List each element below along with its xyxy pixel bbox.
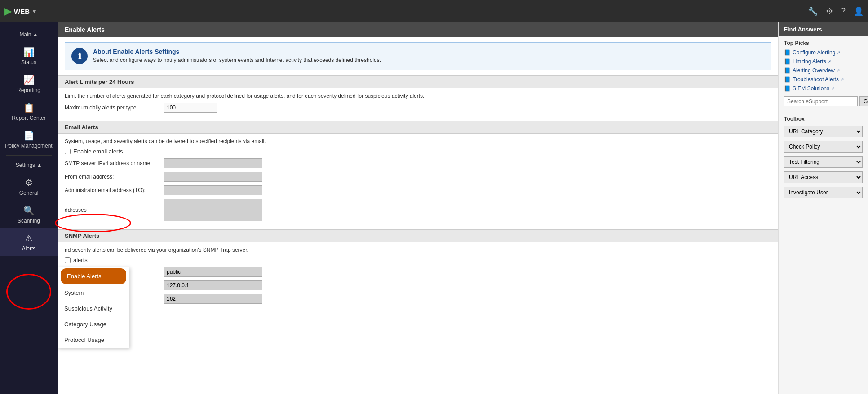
- book-icon-1: 📘: [784, 58, 791, 65]
- link-configure-alerting[interactable]: 📘 Configure Alerting ↗: [779, 48, 868, 57]
- right-panel: Find Answers Top Picks 📘 Configure Alert…: [778, 22, 868, 394]
- top-picks-title: Top Picks: [779, 36, 868, 48]
- link-configure-alerting-text: Configure Alerting: [793, 49, 835, 56]
- search-button[interactable]: Go: [859, 96, 868, 106]
- book-icon-2: 📘: [784, 67, 791, 74]
- search-row: Go: [779, 93, 868, 110]
- enable-email-checkbox[interactable]: [65, 149, 71, 154]
- sidebar-item-status[interactable]: 📊 Status: [0, 42, 58, 70]
- toolbox-test-filtering[interactable]: Test Filtering: [784, 156, 863, 168]
- dropdown-item-protocol-usage[interactable]: Protocol Usage: [58, 332, 129, 348]
- report-center-icon: 📋: [23, 102, 35, 113]
- about-box: ℹ About Enable Alerts Settings Select an…: [65, 42, 771, 70]
- dropdown-item-suspicious-activity[interactable]: Suspicious Activity: [58, 301, 129, 316]
- snmp-desc: nd severity alerts can be delivered via …: [65, 247, 771, 253]
- external-icon-0: ↗: [837, 50, 841, 55]
- admin-email-row: Administrator email address (TO):: [65, 185, 771, 195]
- admin-email-input[interactable]: [164, 185, 262, 195]
- sidebar-item-reporting[interactable]: 📈 Reporting: [0, 70, 58, 98]
- top-bar-icons: 🔧 ⚙ ? 👤: [808, 6, 864, 16]
- about-icon: ℹ: [71, 48, 88, 64]
- from-email-row: From email address:: [65, 172, 771, 182]
- ipv4-input[interactable]: [164, 280, 262, 290]
- sidebar: Main ▲ 📊 Status 📈 Reporting 📋 Report Cen…: [0, 22, 58, 394]
- sidebar-settings-header[interactable]: Settings ▲: [0, 158, 58, 173]
- main-content: Enable Alerts ℹ About Enable Alerts Sett…: [58, 22, 778, 394]
- about-desc: Select and configure ways to notify admi…: [93, 57, 381, 63]
- page-header: Enable Alerts: [58, 22, 778, 37]
- community-name-row: Community name:: [65, 267, 771, 277]
- link-siem-solutions[interactable]: 📘 SIEM Solutions ↗: [779, 84, 868, 93]
- port-input[interactable]: [164, 294, 262, 304]
- ipv4-row: IPv4 address or hostname:: [65, 280, 771, 290]
- enable-snmp-label: alerts: [73, 257, 88, 263]
- dropdown-item-system[interactable]: System: [58, 285, 129, 301]
- sidebar-item-general[interactable]: ⚙ General: [0, 173, 58, 201]
- dropdown-item-enable-alerts[interactable]: Enable Alerts: [61, 268, 126, 284]
- sidebar-item-report-center-label: Report Center: [12, 115, 45, 121]
- snmp-content: nd severity alerts can be delivered via …: [58, 242, 778, 312]
- alert-limits-header: Alert Limits per 24 Hours: [58, 75, 778, 88]
- toolbox-title: Toolbox: [779, 112, 868, 124]
- sidebar-item-report-center[interactable]: 📋 Report Center: [0, 98, 58, 126]
- book-icon-4: 📘: [784, 85, 791, 92]
- toolbox-investigate-user[interactable]: Investigate User: [784, 187, 863, 198]
- link-siem-solutions-text: SIEM Solutions: [793, 85, 829, 92]
- alerts-dropdown-menu: Enable Alerts System Suspicious Activity…: [58, 267, 129, 348]
- link-limiting-alerts[interactable]: 📘 Limiting Alerts ↗: [779, 57, 868, 66]
- email-alerts-desc: System, usage, and severity alerts can b…: [65, 138, 771, 144]
- link-troubleshoot-alerts[interactable]: 📘 Troubleshoot Alerts ↗: [779, 75, 868, 84]
- wrench-icon[interactable]: 🔧: [808, 6, 818, 16]
- sidebar-item-scanning[interactable]: 🔍 Scanning: [0, 201, 58, 228]
- about-title: About Enable Alerts Settings: [93, 48, 381, 55]
- link-limiting-alerts-text: Limiting Alerts: [793, 58, 826, 65]
- external-icon-1: ↗: [828, 59, 832, 64]
- scanning-icon: 🔍: [23, 205, 35, 216]
- link-alerting-overview-text: Alerting Overview: [793, 67, 835, 74]
- smtp-input[interactable]: [164, 158, 262, 168]
- sidebar-main-header[interactable]: Main ▲: [0, 27, 58, 42]
- extra-label: ddresses: [65, 207, 164, 213]
- search-input[interactable]: [784, 96, 858, 106]
- gear-icon[interactable]: ⚙: [826, 6, 833, 16]
- sidebar-item-policy-management[interactable]: 📄 Policy Management: [0, 126, 58, 153]
- external-icon-3: ↗: [841, 77, 844, 82]
- app-logo: ▶: [4, 6, 11, 17]
- extra-addresses-row: ddresses: [65, 199, 771, 221]
- toolbox-check-policy[interactable]: Check Policy: [784, 141, 863, 153]
- from-email-label: From email address:: [65, 174, 164, 180]
- policy-management-icon: 📄: [23, 130, 35, 141]
- alert-limits-desc: Limit the number of alerts generated for…: [65, 93, 771, 99]
- link-troubleshoot-alerts-text: Troubleshoot Alerts: [793, 76, 839, 83]
- community-input[interactable]: [164, 267, 262, 277]
- top-bar-arrow[interactable]: ▼: [31, 8, 37, 15]
- sidebar-item-status-label: Status: [21, 59, 36, 66]
- book-icon-0: 📘: [784, 49, 791, 56]
- enable-snmp-checkbox[interactable]: [65, 257, 71, 263]
- top-bar: ▶ WEB ▼ 🔧 ⚙ ? 👤: [0, 0, 868, 22]
- max-daily-input[interactable]: [164, 103, 217, 113]
- sidebar-main-label: Main ▲: [19, 31, 38, 38]
- alert-limits-content: Limit the number of alerts generated for…: [58, 88, 778, 121]
- dropdown-item-category-usage[interactable]: Category Usage: [58, 316, 129, 332]
- app-title: WEB: [14, 8, 30, 15]
- toolbox-url-access[interactable]: URL Access: [784, 171, 863, 183]
- extra-addresses-textarea[interactable]: [164, 199, 262, 221]
- sidebar-settings-label: Settings ▲: [16, 162, 42, 168]
- user-icon[interactable]: 👤: [854, 6, 864, 16]
- external-icon-2: ↗: [837, 68, 840, 73]
- link-alerting-overview[interactable]: 📘 Alerting Overview ↗: [779, 66, 868, 75]
- smtp-row: SMTP server IPv4 address or name:: [65, 158, 771, 168]
- sidebar-item-alerts[interactable]: ⚠ Alerts: [0, 228, 58, 256]
- sidebar-item-alerts-label: Alerts: [22, 245, 36, 252]
- toolbox-url-category[interactable]: URL Category: [784, 126, 863, 137]
- general-icon: ⚙: [25, 177, 33, 188]
- max-daily-row: Maximum daily alerts per type:: [65, 103, 771, 113]
- smtp-label: SMTP server IPv4 address or name:: [65, 160, 164, 166]
- email-alerts-header: Email Alerts: [58, 121, 778, 134]
- reporting-icon: 📈: [23, 74, 35, 85]
- book-icon-3: 📘: [784, 76, 791, 83]
- from-email-input[interactable]: [164, 172, 262, 182]
- help-icon[interactable]: ?: [841, 6, 846, 16]
- admin-email-label: Administrator email address (TO):: [65, 187, 164, 193]
